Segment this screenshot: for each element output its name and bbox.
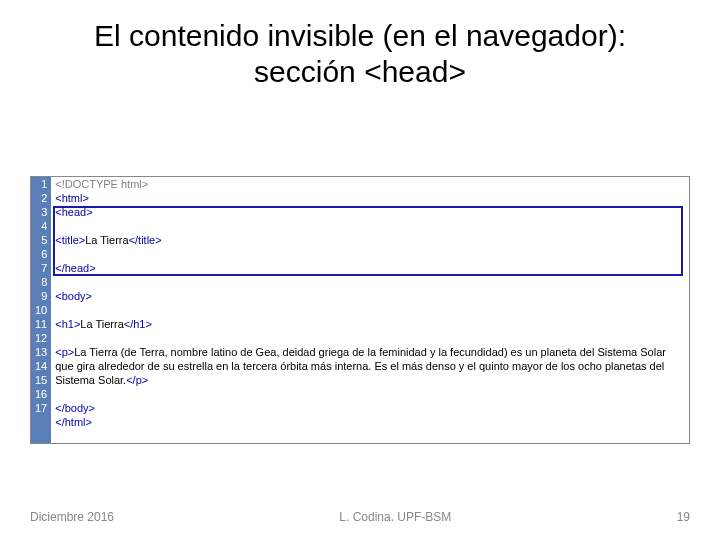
line-number: 2 bbox=[35, 191, 47, 205]
line-number: 5 bbox=[35, 233, 47, 247]
line-number: 14 bbox=[35, 359, 47, 373]
code-token: </head> bbox=[55, 262, 95, 274]
line-number: 10 bbox=[35, 303, 47, 317]
line-number: 8 bbox=[35, 275, 47, 289]
code-token: <head> bbox=[55, 206, 92, 218]
line-number: 7 bbox=[35, 261, 47, 275]
line-number-gutter: 1 2 3 4 5 6 7 8 9 10 11 12 13 14 15 16 1… bbox=[31, 177, 51, 443]
code-token: <!DOCTYPE html> bbox=[55, 178, 148, 190]
line-number: 16 bbox=[35, 387, 47, 401]
line-number: 1 bbox=[35, 177, 47, 191]
line-number: 17 bbox=[35, 401, 47, 415]
line-number: 3 bbox=[35, 205, 47, 219]
code-token: </h1> bbox=[124, 318, 152, 330]
code-token: </p> bbox=[126, 374, 148, 386]
code-token: <title> bbox=[55, 234, 85, 246]
line-number: 9 bbox=[35, 289, 47, 303]
code-screenshot: 1 2 3 4 5 6 7 8 9 10 11 12 13 14 15 16 1… bbox=[30, 176, 690, 444]
code-content: <!DOCTYPE html> <html> <head> <title>La … bbox=[51, 177, 689, 443]
line-number: 15 bbox=[35, 373, 47, 387]
code-token: <h1> bbox=[55, 318, 80, 330]
line-number: 12 bbox=[35, 331, 47, 345]
line-number: 6 bbox=[35, 247, 47, 261]
footer-date: Diciembre 2016 bbox=[30, 510, 114, 524]
code-token: La Tierra bbox=[80, 318, 123, 330]
line-number: 13 bbox=[35, 345, 47, 359]
line-number: 11 bbox=[35, 317, 47, 331]
code-token: <body> bbox=[55, 290, 92, 302]
footer-page-number: 19 bbox=[677, 510, 690, 524]
code-token: </title> bbox=[129, 234, 162, 246]
line-number: 4 bbox=[35, 219, 47, 233]
slide-title: El contenido invisible (en el navegador)… bbox=[0, 0, 720, 90]
code-token: <p> bbox=[55, 346, 74, 358]
code-token: </html> bbox=[55, 416, 92, 428]
footer-author: L. Codina. UPF-BSM bbox=[339, 510, 451, 524]
slide-footer: Diciembre 2016 L. Codina. UPF-BSM 19 bbox=[30, 510, 690, 524]
code-token: <html> bbox=[55, 192, 89, 204]
code-token: La Tierra bbox=[85, 234, 128, 246]
code-token: </body> bbox=[55, 402, 95, 414]
